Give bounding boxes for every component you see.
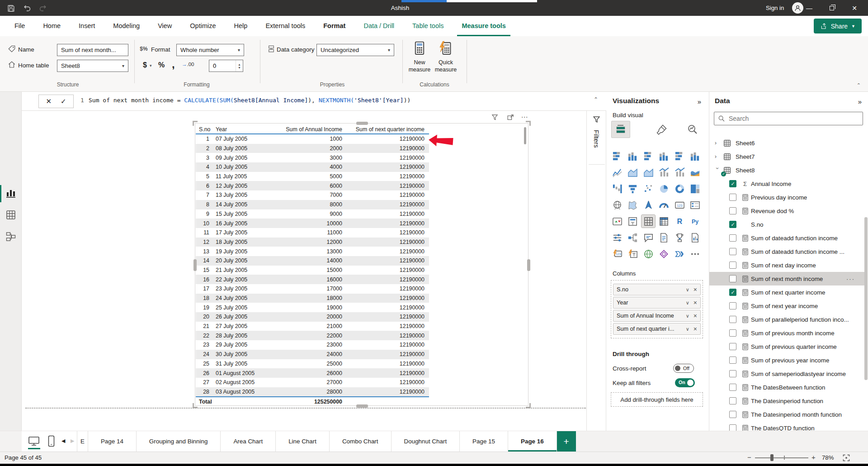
100-stacked-bar-chart-icon[interactable]: [673, 150, 686, 162]
remove-field-icon[interactable]: ×: [693, 286, 697, 293]
table-visual-grid[interactable]: S.noYearSum of Annual IncomeSum of next …: [196, 125, 429, 406]
power-automate-icon[interactable]: [673, 247, 686, 260]
search-box[interactable]: [714, 112, 863, 125]
ribbon-tab-file[interactable]: File: [5, 16, 34, 36]
get-more-visuals-icon[interactable]: [689, 247, 702, 260]
smart-narrative-icon[interactable]: [657, 231, 671, 244]
field-checkbox[interactable]: [729, 411, 736, 418]
visual-filter-icon[interactable]: [490, 113, 500, 122]
stacked-bar-chart-icon[interactable]: [610, 150, 624, 162]
tab-build-visual[interactable]: [611, 121, 630, 138]
collapse-ribbon-icon[interactable]: ⌃: [857, 82, 861, 88]
resize-handle-right[interactable]: [527, 259, 530, 271]
resize-handle-top-right[interactable]: [526, 121, 531, 126]
line-and-clustered-column-chart-icon[interactable]: [673, 166, 686, 179]
field-row-s-no[interactable]: ✓S.no: [709, 218, 865, 231]
field-checkbox[interactable]: [729, 248, 736, 255]
table-visual[interactable]: S.noYearSum of Annual IncomeSum of next …: [195, 123, 528, 406]
table-node-sheet8[interactable]: ›✓Sheet8: [709, 163, 865, 177]
ribbon-tab-modeling[interactable]: Modeling: [104, 16, 149, 36]
formula-text[interactable]: Sum of next month income = CALCULATE(SUM…: [89, 97, 410, 104]
tab-analytics[interactable]: [683, 121, 702, 138]
formula-bar-collapse-icon[interactable]: ⌃: [594, 96, 598, 103]
column-header-sum-of-next-quarter-income[interactable]: Sum of next quarter income: [345, 126, 428, 133]
field-row-sum-of-sameperiodlastyear-income[interactable]: Sum of sameperiodlastyear income: [709, 367, 865, 380]
remove-field-icon[interactable]: ×: [693, 299, 697, 306]
field-row-sum-of-dateadd-function-income[interactable]: Sum of dateadd function income ...: [709, 245, 865, 258]
field-row-sum-of-parallelperiod-function-inco[interactable]: Sum of parallelperiod function inco...: [709, 313, 865, 326]
field-row-sum-of-next-year-income[interactable]: Sum of next year income: [709, 299, 865, 313]
restore-button[interactable]: [822, 0, 842, 16]
field-checkbox[interactable]: [729, 370, 736, 377]
field-row-sum-of-previous-quarter-income[interactable]: Sum of previous quarter income: [709, 340, 865, 353]
chevron-right-icon[interactable]: ›: [715, 153, 720, 160]
field-dropdown-icon[interactable]: ∨: [686, 313, 689, 319]
ribbon-tab-home[interactable]: Home: [34, 16, 70, 36]
field-row-sum-of-previous-year-income[interactable]: Sum of previous year income: [709, 353, 865, 367]
table-view-icon[interactable]: [5, 209, 16, 220]
visual-more-options-icon[interactable]: ⋯: [520, 113, 530, 122]
scatter-chart-icon[interactable]: [642, 182, 655, 195]
columns-field-well[interactable]: S.no∨×Year∨×Sum of Annual Income∨×Sum of…: [611, 280, 703, 338]
new-measure-button[interactable]: New measure: [406, 41, 433, 73]
page-tab-e[interactable]: E: [77, 431, 88, 452]
cross-report-toggle[interactable]: Off: [673, 364, 694, 373]
field-checkbox[interactable]: ✓: [729, 289, 736, 296]
ribbon-chart-icon[interactable]: [689, 166, 702, 179]
currency-chevron-icon[interactable]: ▾: [150, 63, 152, 68]
ribbon-tab-optimize[interactable]: Optimize: [181, 16, 225, 36]
percent-format-button[interactable]: %: [158, 61, 165, 69]
100-stacked-column-chart-icon[interactable]: [689, 150, 702, 162]
field-row-sum-of-next-month-income[interactable]: Sum of next month income···: [709, 272, 865, 285]
custom-visual-diamond-icon[interactable]: [657, 247, 671, 260]
page-tab-grouping-and-binning[interactable]: Grouping and Binning: [137, 431, 221, 452]
field-dropdown-icon[interactable]: ∨: [686, 300, 689, 306]
tile-slicer-icon[interactable]: [610, 231, 624, 244]
field-more-options-icon[interactable]: ···: [846, 276, 855, 282]
power-apps-visual-icon[interactable]: 123: [610, 247, 624, 260]
collapse-pane-icon[interactable]: »: [858, 98, 862, 105]
map-icon[interactable]: [610, 199, 624, 211]
table-icon[interactable]: [642, 215, 655, 228]
arcgis-map-icon[interactable]: [642, 247, 655, 260]
field-checkbox[interactable]: [729, 343, 736, 350]
field-row-previous-day-income[interactable]: Previous day income: [709, 190, 865, 204]
line-and-stacked-column-chart-icon[interactable]: [657, 166, 671, 179]
python-visual-icon[interactable]: Py: [689, 215, 702, 228]
matrix-icon[interactable]: [657, 215, 671, 228]
page-tab-page-16[interactable]: Page 16: [508, 431, 557, 452]
paginated-report-icon[interactable]: [689, 231, 702, 244]
commit-formula-icon[interactable]: ✓: [61, 97, 66, 105]
new-page-button[interactable]: +: [557, 431, 576, 452]
remove-field-icon[interactable]: ×: [693, 325, 697, 333]
field-row-sum-of-next-quarter-income[interactable]: ✓Sum of next quarter income: [709, 285, 865, 299]
resize-handle-bottom[interactable]: [356, 404, 368, 408]
card-icon[interactable]: 123: [673, 199, 686, 211]
cancel-formula-icon[interactable]: ✕: [46, 97, 52, 105]
field-checkbox[interactable]: [729, 275, 736, 282]
field-pill-sum-of-annual-income[interactable]: Sum of Annual Income∨×: [613, 310, 701, 322]
field-checkbox[interactable]: [729, 262, 736, 269]
field-checkbox[interactable]: [729, 384, 736, 391]
minimize-button[interactable]: —: [799, 0, 819, 16]
decimal-places-input[interactable]: [209, 62, 236, 69]
remove-field-icon[interactable]: ×: [693, 312, 697, 319]
decomposition-tree-icon[interactable]: [626, 231, 640, 244]
zoom-slider-thumb[interactable]: [770, 454, 774, 461]
zoom-slider-track[interactable]: [755, 457, 808, 458]
kpi-icon[interactable]: [610, 215, 624, 228]
chevron-right-icon[interactable]: ›: [715, 140, 720, 146]
data-pane-scrollbar-thumb[interactable]: [864, 217, 868, 380]
decimal-places-icon[interactable]: →.00: [182, 62, 194, 67]
fit-to-page-icon[interactable]: [842, 454, 851, 462]
column-header-year[interactable]: Year: [212, 126, 277, 133]
filters-pane-collapsed[interactable]: Filters: [586, 111, 606, 431]
page-tab-page-14[interactable]: Page 14: [88, 431, 137, 452]
ribbon-tab-external-tools[interactable]: External tools: [256, 16, 314, 36]
stepper-down-icon[interactable]: ▼: [238, 66, 241, 69]
r-script-visual-icon[interactable]: R: [673, 215, 686, 228]
field-checkbox[interactable]: ✓: [729, 221, 736, 228]
ribbon-tab-format[interactable]: Format: [314, 16, 354, 36]
format-select[interactable]: Whole number▾: [176, 44, 244, 56]
share-button[interactable]: Share ▼: [814, 19, 862, 33]
